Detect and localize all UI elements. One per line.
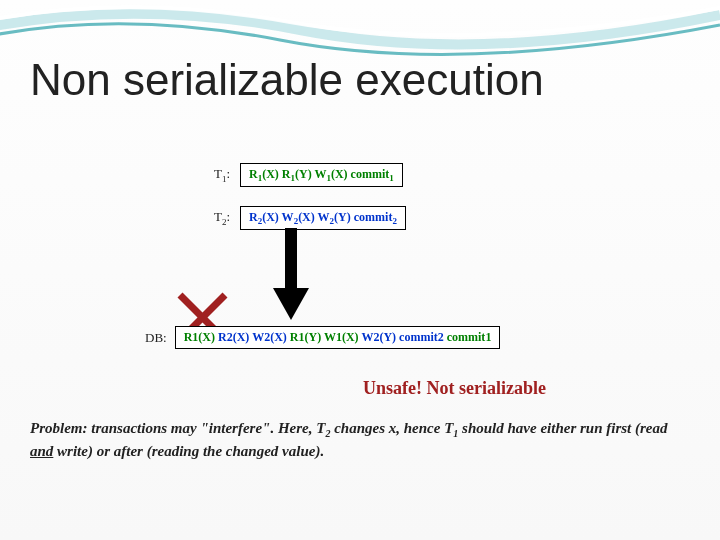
- slide-title: Non serializable execution: [30, 55, 544, 105]
- problem-text: Problem: transactions may "interfere". H…: [30, 418, 690, 461]
- db-sequence: R1(X) R2(X) W2(X) R1(Y) W1(X) W2(Y) comm…: [175, 326, 501, 349]
- t2-label: T2:: [210, 209, 230, 227]
- svg-marker-1: [273, 288, 309, 320]
- db-row: DB: R1(X) R2(X) W2(X) R1(Y) W1(X) W2(Y) …: [145, 326, 500, 349]
- svg-rect-0: [285, 228, 297, 293]
- unsafe-text: Unsafe! Not serializable: [363, 378, 546, 399]
- t2-operations: R2(X) W2(X) W2(Y) commit2: [240, 206, 406, 230]
- t2-row: T2: R2(X) W2(X) W2(Y) commit2: [210, 206, 406, 230]
- arrow-down-icon: [273, 228, 309, 323]
- t1-label: T1:: [210, 166, 230, 184]
- db-label: DB:: [145, 330, 167, 346]
- t1-operations: R1(X) R1(Y) W1(X) commit1: [240, 163, 403, 187]
- t1-row: T1: R1(X) R1(Y) W1(X) commit1: [210, 163, 403, 187]
